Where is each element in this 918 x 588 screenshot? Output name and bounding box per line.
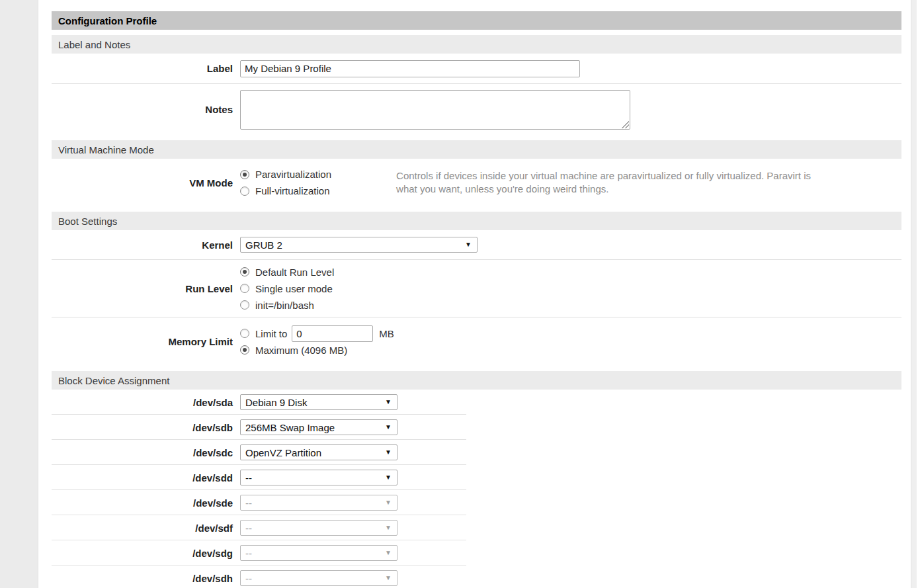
section-title: Label and Notes (58, 39, 130, 50)
selected-disk: -- (245, 573, 252, 584)
section-header-vm-mode: Virtual Machine Mode (52, 140, 901, 159)
selected-disk: 256MB Swap Image (245, 422, 335, 433)
notes-textarea[interactable] (240, 90, 630, 130)
run-level-label: Run Level (52, 283, 233, 294)
run-level-option-init-bash[interactable]: init=/bin/bash (240, 297, 334, 314)
radio-default-run-level[interactable] (240, 267, 249, 276)
radio-maximum[interactable] (240, 345, 249, 355)
block-device-row-sdd: /dev/sdd -- ▼ (52, 465, 901, 490)
device-label: /dev/sdb (52, 422, 233, 433)
block-device-row-sdg: /dev/sdg -- ▼ (52, 540, 901, 566)
chevron-down-icon: ▼ (385, 474, 392, 481)
chevron-down-icon: ▼ (385, 550, 392, 556)
memory-limit-row: Memory Limit Limit to MB Maximum (4096 M… (52, 317, 901, 366)
kernel-selected-value: GRUB 2 (245, 239, 282, 251)
device-label: /dev/sda (52, 397, 233, 408)
chevron-down-icon: ▼ (465, 241, 472, 248)
chevron-down-icon: ▼ (385, 525, 392, 531)
section-header-block-devices: Block Device Assignment (52, 371, 901, 390)
section-header-boot-settings: Boot Settings (52, 212, 901, 230)
block-device-row-sdf: /dev/sdf -- ▼ (52, 515, 901, 540)
left-margin-strip (0, 0, 38, 588)
sda-disk-select[interactable]: Debian 9 Disk ▼ (240, 394, 397, 410)
kernel-row: Kernel GRUB 2 ▼ (52, 230, 901, 260)
section-title: Virtual Machine Mode (58, 144, 154, 155)
sde-disk-select: -- ▼ (240, 495, 397, 511)
block-device-row-sdh: /dev/sdh -- ▼ (52, 566, 901, 588)
section-title: Block Device Assignment (58, 375, 169, 386)
memory-limit-option-limit-to[interactable]: Limit to MB (240, 325, 394, 342)
sdd-disk-select[interactable]: -- ▼ (240, 470, 397, 485)
selected-disk: Debian 9 Disk (245, 397, 307, 408)
selected-disk: -- (245, 548, 252, 559)
chevron-down-icon: ▼ (385, 575, 392, 581)
chevron-down-icon: ▼ (385, 449, 392, 456)
device-label: /dev/sde (52, 497, 233, 509)
chevron-down-icon: ▼ (385, 399, 392, 405)
label-field-label: Label (52, 63, 233, 74)
memory-unit-label: MB (379, 328, 394, 339)
device-label: /dev/sdg (52, 548, 233, 559)
memory-limit-option-maximum[interactable]: Maximum (4096 MB) (240, 342, 394, 358)
sdf-disk-select: -- ▼ (240, 520, 397, 536)
memory-limit-label: Memory Limit (52, 336, 233, 347)
vertical-scrollbar[interactable] (911, 0, 917, 588)
page-title: Configuration Profile (58, 15, 157, 26)
selected-disk: OpenVZ Partition (245, 447, 321, 458)
label-input[interactable] (240, 60, 580, 77)
selected-disk: -- (245, 472, 252, 483)
radio-single-user-mode[interactable] (240, 284, 249, 293)
radio-limit-to[interactable] (240, 329, 249, 338)
sdc-disk-select[interactable]: OpenVZ Partition ▼ (240, 444, 397, 460)
vm-mode-option-paravirtualization[interactable]: Paravirtualization (240, 166, 331, 183)
vm-mode-option-full-virtualization[interactable]: Full-virtualization (240, 183, 331, 199)
device-label: /dev/sdf (52, 523, 233, 534)
sdb-disk-select[interactable]: 256MB Swap Image ▼ (240, 419, 397, 435)
label-row: Label (52, 54, 901, 84)
device-label: /dev/sdd (52, 472, 233, 483)
section-title: Boot Settings (58, 216, 117, 227)
page-title-bar: Configuration Profile (52, 11, 901, 30)
section-header-label-and-notes: Label and Notes (52, 35, 901, 54)
chevron-down-icon: ▼ (385, 424, 392, 431)
run-level-option-single-user[interactable]: Single user mode (240, 280, 334, 297)
config-form: Configuration Profile Label and Notes La… (52, 0, 901, 588)
chevron-down-icon: ▼ (385, 499, 392, 506)
block-device-row-sdb: /dev/sdb 256MB Swap Image ▼ (52, 415, 901, 440)
memory-limit-input[interactable] (292, 325, 373, 342)
vm-mode-row: VM Mode Paravirtualization Full-virtuali… (52, 159, 901, 206)
vm-mode-help-text: Controls if devices inside your virtual … (396, 169, 814, 196)
sdh-disk-select: -- ▼ (240, 570, 397, 586)
kernel-label: Kernel (52, 239, 233, 251)
block-device-row-sda: /dev/sda Debian 9 Disk ▼ (52, 390, 901, 415)
sdg-disk-select: -- ▼ (240, 545, 397, 561)
notes-field-label: Notes (52, 104, 233, 115)
configuration-profile-page: Configuration Profile Label and Notes La… (0, 0, 918, 588)
radio-full-virtualization[interactable] (240, 187, 249, 196)
device-label: /dev/sdc (52, 447, 233, 458)
block-device-row-sde: /dev/sde -- ▼ (52, 490, 901, 515)
selected-disk: -- (245, 523, 252, 534)
run-level-row: Run Level Default Run Level Single user … (52, 260, 901, 317)
radio-init-bash[interactable] (240, 300, 249, 310)
vm-mode-label: VM Mode (52, 177, 233, 189)
block-device-row-sdc: /dev/sdc OpenVZ Partition ▼ (52, 440, 901, 465)
radio-paravirtualization[interactable] (240, 170, 249, 179)
run-level-option-default[interactable]: Default Run Level (240, 264, 334, 280)
selected-disk: -- (245, 497, 252, 509)
notes-row: Notes (52, 84, 901, 135)
kernel-select[interactable]: GRUB 2 ▼ (240, 237, 478, 253)
device-label: /dev/sdh (52, 573, 233, 584)
